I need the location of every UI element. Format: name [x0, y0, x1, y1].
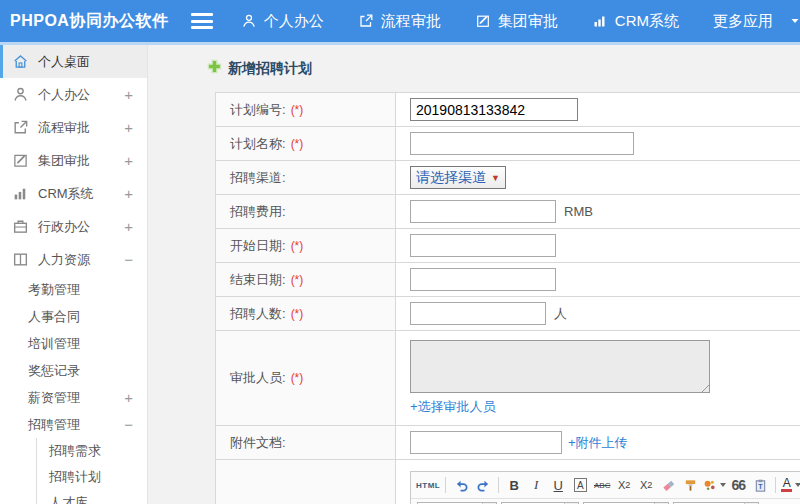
sidebar-item-7-2[interactable]: 人事合同 [0, 303, 147, 330]
sidebar-item-5[interactable]: CRM系统+ [0, 177, 147, 210]
field-value [396, 263, 800, 296]
field-label: 招聘人数:(*) [216, 297, 396, 330]
field-value: 人 [396, 297, 800, 330]
expand-plus-icon: + [124, 119, 133, 136]
sidebar-item-label: 个人桌面 [38, 53, 90, 71]
sidebar-submenu: 考勤管理人事合同培训管理奖惩记录薪资管理+招聘管理−招聘需求招聘计划人才库 [0, 276, 147, 504]
sidebar-item-7-6-3[interactable]: 人才库 [37, 490, 147, 504]
sidebar-item-6[interactable]: 行政办公+ [0, 210, 147, 243]
field-label: 附件文档: [216, 426, 396, 459]
field-input-9[interactable] [410, 431, 562, 454]
field-input-5[interactable] [410, 234, 556, 257]
form-row-9: 附件文档:+附件上传 [216, 426, 800, 460]
sidebar-item-label: 行政办公 [38, 218, 90, 236]
sidebar-item-7-3[interactable]: 培训管理 [0, 330, 147, 357]
field-label: 结束日期:(*) [216, 263, 396, 296]
paste-text-icon[interactable]: T [750, 475, 770, 495]
sidebar-item-7-6-2[interactable]: 招聘计划 [37, 464, 147, 490]
share-icon [358, 13, 374, 29]
field-label-text: 招聘人数: [230, 305, 286, 323]
form-row-5: 开始日期:(*) [216, 229, 800, 263]
approver-field: +选择审批人员 [410, 336, 710, 420]
approver-textarea[interactable] [410, 340, 710, 393]
caret-down-icon [720, 483, 726, 487]
toolbar-separator [775, 477, 776, 493]
sidebar-item-label: 招聘计划 [49, 468, 101, 486]
form-row-8: 审批人员:(*)+选择审批人员 [216, 331, 800, 426]
attachment-upload-link[interactable]: +附件上传 [568, 434, 628, 452]
editor-subscript-button[interactable]: X2 [636, 475, 656, 495]
font-color-icon[interactable]: A [781, 475, 800, 495]
editor-underline-button[interactable]: U [548, 475, 568, 495]
sidebar-item-2[interactable]: 个人办公+ [0, 78, 147, 111]
top-navbar: PHPOA协同办公软件 个人办公流程审批集团审批CRM系统更多应用 [0, 0, 800, 45]
sidebar-item-1[interactable]: 个人桌面 [0, 45, 147, 78]
sidebar-item-7-1[interactable]: 考勤管理 [0, 276, 147, 303]
channel-select[interactable]: 请选择渠道▼ [410, 166, 506, 189]
field-value [396, 93, 800, 126]
eraser-icon[interactable] [658, 475, 678, 495]
sidebar-item-7[interactable]: 人力资源− [0, 243, 147, 276]
topnav-item-4[interactable]: CRM系统 [592, 12, 679, 31]
field-input-4[interactable] [410, 200, 556, 223]
sidebar-item-7-6[interactable]: 招聘管理− [0, 411, 147, 438]
caret-down-icon [790, 16, 800, 26]
editor-strikethrough-button[interactable]: ABC [592, 475, 612, 495]
redo-icon[interactable] [473, 475, 493, 495]
editor-html-source-button[interactable]: HTML [416, 475, 440, 495]
field-label-text: 审批人员: [230, 369, 286, 387]
editor-toolbar-row2: 自定义标题段落格式字体字号 [411, 499, 800, 504]
expand-plus-icon: + [124, 86, 133, 103]
form-row-2: 计划名称:(*) [216, 127, 800, 161]
expand-plus-icon: + [124, 185, 133, 202]
field-value [396, 229, 800, 262]
sidebar-item-label: 人力资源 [38, 251, 90, 269]
page-title: 新增招聘计划 [149, 45, 800, 78]
field-input-1[interactable] [410, 98, 578, 121]
form-row-3: 招聘渠道:请选择渠道▼ [216, 161, 800, 195]
field-label: 开始日期:(*) [216, 229, 396, 262]
toolbar-separator [498, 477, 499, 493]
field-input-2[interactable] [410, 132, 634, 155]
home-icon [12, 53, 29, 70]
sidebar-item-label: 人事合同 [28, 308, 80, 326]
editor-italic-button[interactable]: I [526, 475, 546, 495]
editor-blockquote-button[interactable]: 66 [728, 475, 748, 495]
sidebar-item-3[interactable]: 流程审批+ [0, 111, 147, 144]
field-input-6[interactable] [410, 268, 556, 291]
choose-approver-link[interactable]: +选择审批人员 [410, 398, 710, 416]
editor-boxed-a-button[interactable]: A [570, 475, 590, 495]
editor-bold-button[interactable]: B [504, 475, 524, 495]
field-label-text: 附件文档: [230, 434, 286, 452]
sidebar-item-label: 奖惩记录 [28, 362, 80, 380]
toolbar-separator [445, 477, 446, 493]
expand-plus-icon: + [124, 218, 133, 235]
expand-plus-icon: + [124, 152, 133, 169]
sidebar-item-7-4[interactable]: 奖惩记录 [0, 357, 147, 384]
boxed-a-glyph: A [574, 478, 587, 492]
topnav-item-3[interactable]: 集团审批 [475, 12, 558, 31]
form-row-10: HTMLBIUAABCX2X266TAab自定义标题段落格式字体字号 [216, 460, 800, 504]
sidebar-item-label: 人才库 [49, 494, 88, 504]
field-label-text: 招聘渠道: [230, 169, 286, 187]
sidebar-item-label: 集团审批 [38, 152, 90, 170]
font-color-glyph: A [781, 478, 792, 492]
editor-superscript-button[interactable]: X2 [614, 475, 634, 495]
sidebar-item-4[interactable]: 集团审批+ [0, 144, 147, 177]
field-label-text: 计划编号: [230, 101, 286, 119]
format-brush-icon[interactable] [680, 475, 700, 495]
sidebar-item-7-5[interactable]: 薪资管理+ [0, 384, 147, 411]
field-label: 审批人员:(*) [216, 331, 396, 425]
required-mark: (*) [291, 307, 304, 321]
sidebar-item-label: 招聘管理 [28, 416, 80, 434]
hamburger-icon[interactable] [191, 13, 213, 29]
undo-icon[interactable] [451, 475, 471, 495]
color-splash-icon[interactable] [702, 475, 726, 495]
edit-icon [12, 152, 29, 169]
topnav-item-1[interactable]: 个人办公 [241, 12, 324, 31]
topnav-item-5[interactable]: 更多应用 [713, 12, 800, 31]
topnav-item-2[interactable]: 流程审批 [358, 12, 441, 31]
person-icon [12, 86, 29, 103]
field-input-7[interactable] [410, 302, 546, 325]
sidebar-item-7-6-1[interactable]: 招聘需求 [37, 438, 147, 464]
